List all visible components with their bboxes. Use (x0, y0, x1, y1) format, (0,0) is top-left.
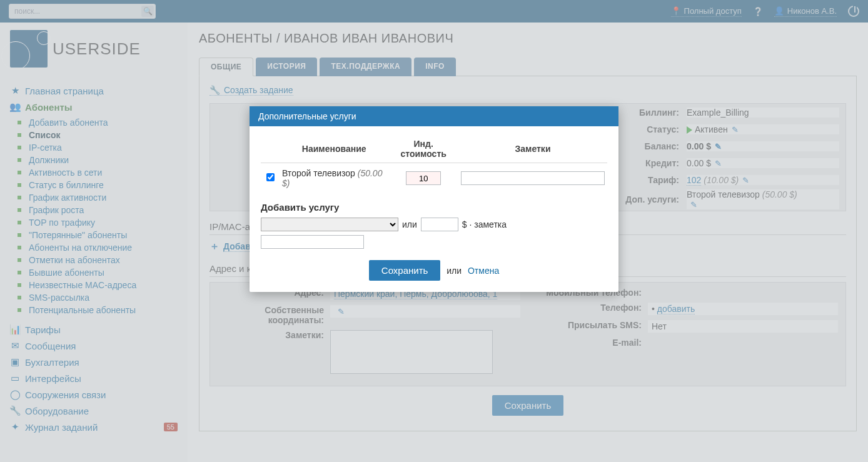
col-name: Наименование (280, 135, 388, 163)
add-service-heading: Добавить услугу (261, 202, 607, 213)
col-notes: Заметки (458, 135, 607, 163)
modal-overlay: Дополнительные услуги Наименование Инд. … (0, 0, 868, 462)
add-service-price-input[interactable] (421, 218, 458, 231)
col-cost: Инд. стоимость (388, 135, 458, 163)
modal-cancel-link[interactable]: Отмена (468, 266, 499, 276)
service-row: Второй телевизор (50.00 $) (261, 163, 607, 194)
service-checkbox[interactable] (266, 173, 275, 181)
service-cost-input[interactable] (406, 171, 441, 185)
modal-save-button[interactable]: Сохранить (369, 260, 441, 281)
add-service-select[interactable] (261, 218, 398, 231)
modal-services: Дополнительные услуги Наименование Инд. … (250, 106, 618, 292)
service-note-input[interactable] (461, 171, 605, 185)
service-name: Второй телевизор (50.00 $) (280, 163, 388, 194)
add-service-note-input[interactable] (261, 235, 364, 249)
modal-title: Дополнительные услуги (250, 106, 618, 126)
